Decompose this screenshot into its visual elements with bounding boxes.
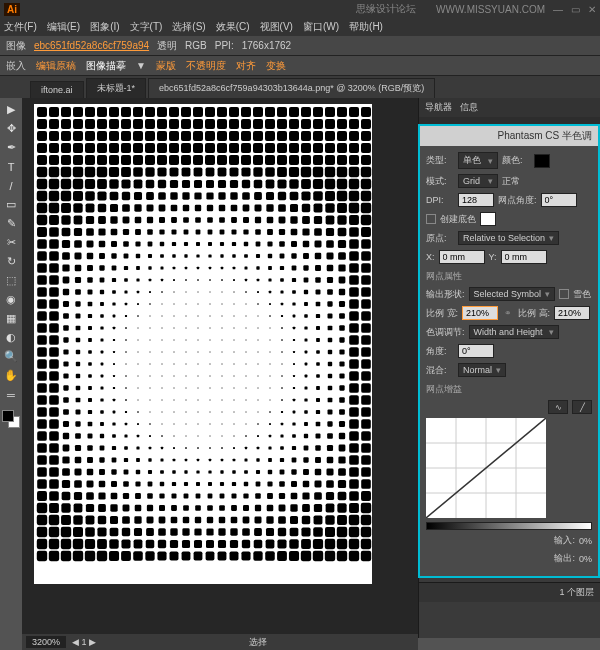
svg-rect-1003 — [313, 527, 323, 537]
blend-select[interactable]: Normal▾ — [458, 363, 506, 377]
svg-rect-878 — [160, 482, 164, 486]
type-select[interactable]: 单色▾ — [458, 152, 498, 169]
tab-info[interactable]: 信息 — [460, 101, 478, 114]
curve-mode-linear[interactable]: ╱ — [572, 400, 592, 414]
svg-rect-972 — [278, 516, 286, 524]
menu-view[interactable]: 视图(V) — [260, 20, 293, 34]
curve-editor[interactable] — [426, 418, 546, 518]
svg-rect-512 — [137, 327, 138, 328]
menu-image[interactable]: 图象(I) — [90, 20, 119, 34]
svg-rect-582 — [305, 351, 308, 354]
svg-rect-559 — [361, 335, 371, 345]
opt-edit-original[interactable]: 编辑原稿 — [36, 59, 76, 73]
svg-rect-451 — [75, 301, 80, 306]
tool-rotate[interactable]: ↻ — [0, 252, 22, 271]
tool-zoom[interactable]: 🔍 — [0, 347, 22, 366]
opt-transform[interactable]: 变换 — [266, 59, 286, 73]
svg-rect-1060 — [325, 551, 335, 561]
svg-rect-374 — [161, 267, 164, 270]
svg-rect-594 — [113, 363, 115, 365]
svg-rect-706 — [113, 411, 116, 414]
svg-rect-137 — [337, 155, 347, 165]
tool-eyedropper[interactable]: ◐ — [0, 328, 22, 347]
color-swatch[interactable] — [534, 154, 550, 168]
y-input[interactable] — [501, 250, 547, 264]
menu-help[interactable]: 帮助(H) — [349, 20, 383, 34]
rot-input[interactable] — [458, 344, 494, 358]
color-swatches[interactable] — [0, 408, 22, 432]
svg-rect-548 — [234, 340, 235, 341]
menu-select[interactable]: 选择(S) — [172, 20, 205, 34]
svg-rect-230 — [110, 204, 118, 212]
tab-png-active[interactable]: ebc651fd52a8c6cf759a94303b13644a.png* @ … — [148, 78, 435, 98]
tool-rect[interactable]: ▭ — [0, 195, 22, 214]
tool-selection[interactable]: ▶ — [0, 100, 22, 119]
phantasm-panel[interactable]: Phantasm CS 半色调 类型: 单色▾ 颜色: 模式: Grid▾ 正常… — [418, 124, 600, 578]
status-nav[interactable]: ◀ 1 ▶ — [72, 637, 96, 647]
tool-pen[interactable]: ✒ — [0, 138, 22, 157]
svg-rect-495 — [269, 315, 270, 316]
svg-rect-206 — [158, 192, 166, 200]
fg-swatch[interactable] — [2, 410, 14, 422]
size-adj-select[interactable]: Width and Height▾ — [469, 325, 559, 339]
curve-mode-curve[interactable]: ∿ — [548, 400, 568, 414]
angle-input[interactable] — [541, 193, 577, 207]
menu-edit[interactable]: 编辑(E) — [47, 20, 80, 34]
mode-select[interactable]: Grid▾ — [458, 174, 498, 188]
bg-color-swatch[interactable] — [480, 212, 496, 226]
canvas-area[interactable] — [22, 98, 418, 638]
output-shape-select[interactable]: Selected Symbol▾ — [469, 287, 556, 301]
tool-gradient[interactable]: ◉ — [0, 290, 22, 309]
tool-pencil[interactable]: ✎ — [0, 214, 22, 233]
svg-rect-463 — [222, 304, 223, 305]
svg-rect-201 — [97, 191, 106, 200]
ratio-h-input[interactable] — [554, 306, 590, 320]
tool-direct-select[interactable]: ✥ — [0, 119, 22, 138]
opt-embed[interactable]: 嵌入 — [6, 59, 26, 73]
svg-rect-446 — [349, 287, 359, 297]
opt-dropdown-icon[interactable]: ▼ — [136, 60, 146, 71]
origin-select[interactable]: Relative to Selection▾ — [458, 231, 559, 245]
close-button[interactable]: ✕ — [588, 4, 596, 15]
svg-rect-252 — [37, 215, 47, 225]
menu-text[interactable]: 文字(T) — [130, 20, 163, 34]
tool-type[interactable]: T — [0, 157, 22, 176]
ratio-w-input[interactable] — [462, 306, 498, 320]
svg-rect-268 — [231, 217, 237, 223]
tab-iftone[interactable]: iftone.ai — [30, 81, 84, 98]
watermark-url: WWW.MISSYUAN.COM — [436, 4, 545, 15]
invert-checkbox[interactable] — [559, 289, 569, 299]
opt-image-trace[interactable]: 图像描摹 — [86, 59, 126, 73]
tool-scissors[interactable]: ✂ — [0, 233, 22, 252]
x-input[interactable] — [439, 250, 485, 264]
link-icon[interactable]: ⚭ — [504, 308, 512, 318]
menu-effect[interactable]: 效果(C) — [216, 20, 250, 34]
svg-rect-33 — [97, 119, 107, 129]
svg-rect-47 — [265, 119, 275, 129]
tool-artboard[interactable]: ═ — [0, 385, 22, 404]
dpi-input[interactable] — [458, 193, 494, 207]
svg-rect-700 — [37, 407, 47, 417]
minimize-button[interactable]: — — [553, 4, 563, 15]
layers-count: 1 个图层 — [559, 586, 594, 599]
svg-rect-176 — [134, 180, 143, 189]
svg-rect-174 — [109, 179, 118, 188]
opt-mask[interactable]: 蒙版 — [156, 59, 176, 73]
svg-rect-431 — [173, 291, 174, 292]
tab-navigator[interactable]: 导航器 — [425, 101, 452, 114]
tool-line[interactable]: / — [0, 176, 22, 195]
svg-rect-682 — [162, 400, 163, 401]
opt-opacity[interactable]: 不透明度 — [186, 59, 226, 73]
tool-mesh[interactable]: ▦ — [0, 309, 22, 328]
menu-file[interactable]: 文件(F) — [4, 20, 37, 34]
menu-window[interactable]: 窗口(W) — [303, 20, 339, 34]
zoom-value[interactable]: 3200% — [26, 636, 66, 648]
tab-untitled[interactable]: 未标题-1* — [86, 78, 147, 98]
opt-url[interactable]: ebc651fd52a8c6cf759a94 — [34, 40, 149, 51]
opt-align[interactable]: 对齐 — [236, 59, 256, 73]
svg-rect-342 — [111, 253, 116, 258]
create-bg-checkbox[interactable] — [426, 214, 436, 224]
maximize-button[interactable]: ▭ — [571, 4, 580, 15]
tool-hand[interactable]: ✋ — [0, 366, 22, 385]
tool-shape[interactable]: ⬚ — [0, 271, 22, 290]
